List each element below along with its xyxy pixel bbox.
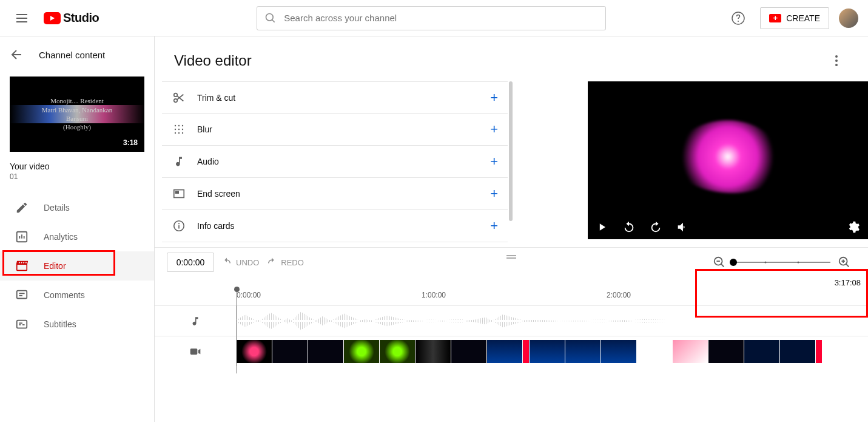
svg-point-2 [738,21,739,22]
tool-blur[interactable]: Blur + [162,114,508,146]
frame-thumb [523,340,529,363]
rewind-10-button[interactable] [622,220,636,234]
comment-icon [15,288,29,302]
help-icon [731,11,745,26]
arrow-left-icon [10,47,24,62]
duration-badge: 3:18 [120,137,141,148]
page-title: Video editor [174,52,252,69]
nav-details-label: Details [44,203,70,213]
chart-icon [15,230,29,244]
zoom-slider-thumb[interactable] [730,259,737,266]
youtube-icon [44,12,61,24]
video-frame-visual [673,120,782,193]
tool-trim-label: Trim & cut [197,93,479,103]
tools-panel: Trim & cut + Blur + Audio + End screen + [162,81,508,242]
account-avatar[interactable] [839,9,858,28]
svg-point-11 [175,125,176,126]
create-icon: + [769,14,781,22]
current-time-input[interactable] [167,253,214,272]
nav-analytics[interactable]: Analytics [0,222,154,251]
search-input[interactable] [284,13,598,23]
nav-subtitles[interactable]: Subtitles [0,310,154,339]
redo-label: REDO [281,258,304,267]
frame-thumb [380,340,415,363]
zoom-out-button[interactable] [713,256,726,269]
undo-icon [221,257,232,268]
volume-button[interactable] [675,220,690,234]
redo-button[interactable]: REDO [266,257,304,268]
frame-thumb [530,340,565,363]
settings-button[interactable] [846,220,861,234]
video-thumbnail[interactable]: Monojit.... Resident Matri Bhavan, Nanda… [10,77,144,152]
hamburger-menu[interactable] [10,6,34,30]
create-label: CREATE [786,13,820,23]
svg-point-12 [178,125,180,126]
create-button[interactable]: + CREATE [760,7,829,29]
pencil-icon [15,200,29,215]
zoom-slider[interactable] [733,262,830,263]
tool-end-screen[interactable]: End screen + [162,178,508,210]
svg-point-16 [182,129,183,130]
tool-trim-cut[interactable]: Trim & cut + [162,81,508,114]
svg-point-18 [178,132,180,134]
video-player[interactable] [588,81,868,239]
content-area: Video editor Trim & cut + Blur + [155,36,868,422]
add-icon[interactable]: + [490,154,498,169]
frame-thumb [744,340,779,363]
logo-text: Studio [63,11,99,25]
add-icon[interactable]: + [490,121,498,137]
add-icon[interactable]: + [490,218,498,234]
forward-10-button[interactable] [648,220,663,234]
redo-icon [266,257,277,268]
frame-thumb [415,340,451,363]
svg-point-15 [178,129,180,130]
thumb-text-3: Bansuni [66,114,88,123]
tool-info-cards[interactable]: Info cards + [162,210,508,242]
frame-thumb [637,340,672,363]
ruler-tick-1: 1:00:00 [422,291,446,299]
frame-thumb [272,340,308,363]
nav-comments[interactable]: Comments [0,281,154,310]
svg-point-8 [835,64,838,66]
subtitle-icon [15,317,29,332]
youtube-studio-logo[interactable]: Studio [44,11,99,25]
undo-label: UNDO [236,258,259,267]
thumb-text-1: Monojit.... Resident [50,97,104,105]
video-filmstrip[interactable] [237,336,868,366]
tools-scrollbar[interactable] [509,81,513,221]
help-button[interactable] [726,6,750,30]
thumb-text-4: (Hooghly) [63,123,91,131]
nav-editor[interactable]: Editor [0,251,154,281]
frame-thumb [487,340,522,363]
audio-track-head [155,306,237,336]
frame-thumb [344,340,379,363]
add-icon[interactable]: + [490,90,498,106]
zoom-in-button[interactable] [838,256,851,269]
back-to-channel[interactable]: Channel content [0,43,154,67]
svg-point-23 [178,223,180,224]
play-button[interactable] [595,220,610,234]
timeline-ruler[interactable]: 0:00:00 1:00:00 2:00:00 [237,287,868,305]
add-icon[interactable]: + [490,186,498,202]
nav-subtitles-label: Subtitles [44,319,76,329]
drag-icon [505,254,517,260]
svg-point-13 [182,125,183,126]
info-icon [172,219,186,233]
frame-thumb [565,340,601,363]
camera-icon [189,345,201,358]
nav-details[interactable]: Details [0,193,154,222]
svg-point-19 [182,132,183,134]
search-box[interactable] [257,6,606,30]
sidebar: Channel content Monojit.... Resident Mat… [0,36,155,422]
frame-thumb [780,340,815,363]
audio-waveform[interactable] [237,306,868,336]
thumb-text-2: Matri Bhavan, Nandankan [42,106,112,114]
clapperboard-icon [15,259,29,273]
music-note-icon [190,316,201,327]
nav-analytics-label: Analytics [44,232,78,242]
drag-handle[interactable] [505,254,517,260]
undo-button[interactable]: UNDO [221,257,259,268]
tool-audio[interactable]: Audio + [162,146,508,178]
ruler-tick-2: 2:00:00 [607,291,631,299]
more-options-button[interactable] [824,49,849,73]
